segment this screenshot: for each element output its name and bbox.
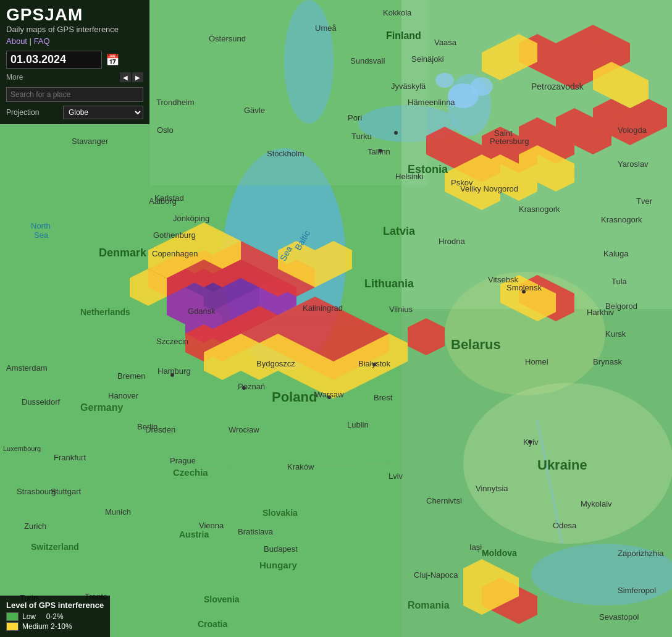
svg-text:Veliky Novgorod: Veliky Novgorod	[460, 184, 518, 193]
projection-select[interactable]: GlobeMercatorEquirectangular	[63, 106, 143, 119]
svg-text:Hungary: Hungary	[259, 560, 298, 570]
svg-text:Petrozavodsk: Petrozavodsk	[531, 82, 584, 91]
svg-text:Tver: Tver	[636, 196, 653, 206]
svg-text:Budapest: Budapest	[264, 544, 298, 554]
svg-text:Jyväskylä: Jyväskylä	[391, 82, 426, 91]
legend-item-medium: Medium 2-10%	[6, 622, 104, 631]
svg-text:Prague: Prague	[170, 456, 196, 465]
svg-text:Switzerland: Switzerland	[31, 542, 79, 552]
svg-text:Ukraine: Ukraine	[537, 457, 587, 473]
legend-label-low: Low 0-2%	[22, 612, 64, 621]
svg-text:Vitsebsk: Vitsebsk	[488, 275, 518, 284]
more-button[interactable]: More	[6, 73, 23, 82]
svg-text:Vinnytsia: Vinnytsia	[476, 484, 508, 493]
svg-text:Hrodna: Hrodna	[439, 237, 465, 246]
playback-controls: ◀ ▶	[120, 72, 143, 82]
svg-text:Gothenburg: Gothenburg	[153, 230, 196, 240]
svg-text:Frankfurt: Frankfurt	[54, 453, 86, 462]
sidebar-panel: GPSJAM Daily maps of GPS interference Ab…	[0, 0, 149, 124]
app-title: GPSJAM	[6, 5, 143, 25]
svg-text:Latvia: Latvia	[383, 225, 416, 237]
svg-text:Krasnogork: Krasnogork	[519, 205, 560, 214]
legend-title: Level of GPS interference	[6, 601, 104, 610]
svg-text:North: North	[31, 221, 51, 230]
nav-links: About | FAQ	[6, 36, 143, 46]
svg-text:Slovenia: Slovenia	[204, 594, 240, 604]
svg-text:Harkhiv: Harkhiv	[587, 308, 615, 317]
svg-point-225	[242, 386, 246, 390]
svg-text:Finland: Finland	[386, 30, 421, 41]
svg-text:Sundsvall: Sundsvall	[350, 56, 385, 65]
svg-text:Oslo: Oslo	[157, 125, 174, 135]
play-forward-button[interactable]: ▶	[132, 72, 143, 82]
svg-point-218	[394, 131, 398, 135]
svg-text:Krasnogork: Krasnogork	[601, 215, 642, 224]
svg-text:Kraków: Kraków	[287, 462, 314, 471]
svg-text:Austria: Austria	[179, 529, 209, 539]
svg-text:Denmark: Denmark	[99, 247, 147, 259]
svg-text:Szczecin: Szczecin	[156, 337, 188, 346]
svg-text:Iași: Iași	[469, 542, 482, 552]
svg-text:Wrocław: Wrocław	[229, 425, 259, 434]
svg-text:Mykolaiv: Mykolaiv	[581, 499, 612, 508]
svg-text:Vilnius: Vilnius	[389, 305, 413, 314]
svg-text:Munich: Munich	[105, 507, 131, 517]
svg-text:Bremen: Bremen	[117, 371, 146, 381]
svg-point-224	[372, 363, 376, 366]
svg-text:Umeå: Umeå	[315, 23, 337, 33]
svg-text:Amsterdam: Amsterdam	[6, 363, 47, 373]
play-back-button[interactable]: ◀	[120, 72, 131, 82]
svg-text:Brest: Brest	[374, 393, 393, 402]
legend: Level of GPS interference Low 0-2% Mediu…	[0, 596, 110, 637]
svg-text:Hanover: Hanover	[108, 391, 139, 400]
svg-text:Kokkola: Kokkola	[383, 8, 412, 17]
svg-text:Stuttgart: Stuttgart	[51, 487, 82, 496]
svg-text:Östersund: Östersund	[209, 34, 246, 43]
svg-text:Homel: Homel	[525, 357, 548, 366]
search-input[interactable]	[6, 87, 143, 102]
date-input[interactable]	[6, 51, 102, 69]
svg-text:Moldova: Moldova	[482, 548, 517, 558]
nav-separator: |	[30, 36, 32, 46]
svg-text:Chernivtsi: Chernivtsi	[426, 496, 462, 505]
svg-text:Lublin: Lublin	[347, 420, 369, 429]
svg-text:Helsinki: Helsinki	[395, 172, 424, 181]
svg-text:Kaluga: Kaluga	[603, 249, 629, 258]
svg-text:Kursk: Kursk	[605, 329, 626, 339]
svg-text:Brynask: Brynask	[593, 357, 622, 366]
svg-text:Dusseldorf: Dusseldorf	[22, 397, 61, 407]
legend-label-medium: Medium 2-10%	[22, 622, 72, 631]
svg-text:Belarus: Belarus	[451, 337, 501, 352]
svg-text:Dresden: Dresden	[145, 425, 175, 434]
svg-point-223	[170, 373, 174, 377]
svg-text:Hamburg: Hamburg	[158, 366, 190, 376]
svg-point-109	[471, 77, 493, 96]
svg-point-108	[435, 73, 454, 88]
svg-text:Czechia: Czechia	[173, 467, 208, 478]
svg-text:Kaliningrad: Kaliningrad	[303, 303, 343, 313]
svg-text:Jönköping: Jönköping	[173, 214, 209, 223]
svg-text:Cluj-Napoca: Cluj-Napoca	[414, 570, 458, 580]
app-subtitle: Daily maps of GPS interference	[6, 25, 143, 34]
svg-text:Simferopol: Simferopol	[618, 586, 656, 595]
svg-text:Stavanger: Stavanger	[72, 137, 109, 146]
svg-text:Seinäjoki: Seinäjoki	[411, 54, 444, 64]
more-row: More ◀ ▶	[6, 71, 143, 83]
legend-color-low	[6, 612, 19, 621]
faq-link[interactable]: FAQ	[34, 36, 50, 46]
svg-text:Lithuania: Lithuania	[364, 277, 414, 290]
svg-text:Bydgoszcz: Bydgoszcz	[256, 359, 295, 368]
map-container[interactable]: Estonia Latvia Lithuania Poland Belarus …	[0, 0, 672, 637]
svg-text:Pori: Pori	[348, 113, 362, 122]
projection-label: Projection	[6, 108, 39, 117]
calendar-icon[interactable]: 📅	[106, 53, 119, 67]
svg-text:Zurich: Zurich	[24, 521, 46, 531]
svg-text:Vaasa: Vaasa	[434, 38, 457, 47]
svg-text:Zaporizhzhia: Zaporizhzhia	[618, 549, 664, 558]
svg-point-219	[379, 149, 382, 153]
svg-text:Turku: Turku	[351, 132, 372, 141]
svg-text:Gdańsk: Gdańsk	[188, 306, 216, 316]
about-link[interactable]: About	[6, 36, 27, 46]
svg-text:Aalborg: Aalborg	[149, 196, 177, 206]
svg-text:Petersburg: Petersburg	[490, 137, 529, 146]
